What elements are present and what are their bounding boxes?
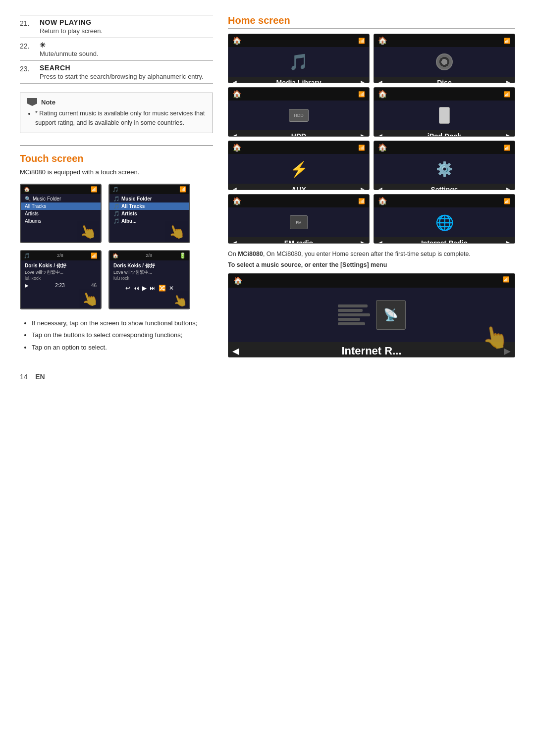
- screen-list-2: 🎵 Music Folder 🎵 All Tracks 🎵 Artists: [109, 194, 189, 226]
- radio-art: 📡: [376, 300, 406, 330]
- tile-left-arrow-settings[interactable]: ◀: [377, 186, 382, 190]
- prev-icon[interactable]: ⏮: [133, 285, 139, 292]
- list-item-artists[interactable]: Artists: [21, 210, 101, 217]
- tile-label-fm: FM radio: [237, 239, 361, 244]
- shuffle-icon[interactable]: 🔀: [159, 285, 166, 292]
- signal-3: 📶: [91, 252, 98, 259]
- large-left-arrow[interactable]: ◀: [232, 346, 239, 356]
- tile-right-arrow-ir[interactable]: ▶: [506, 239, 512, 244]
- tile-right-arrow-disc[interactable]: ▶: [506, 79, 512, 83]
- tile-header-hdd: 🏠 📶: [228, 88, 369, 101]
- signal-ipod: 📶: [504, 91, 511, 98]
- item-row-21: 21. NOW PLAYING Return to play screen.: [20, 15, 213, 38]
- music-note-4: 🎵: [113, 218, 119, 224]
- music-note-2: 🎵: [113, 203, 119, 209]
- item-desc-23: Press to start the search/browsing by al…: [40, 73, 213, 80]
- tile-left-arrow-aux[interactable]: ◀: [231, 186, 237, 190]
- tile-right-arrow-ml[interactable]: ▶: [361, 79, 366, 83]
- item-title-23: SEARCH: [40, 64, 213, 72]
- list-item-at-2[interactable]: 🎵 All Tracks: [109, 202, 189, 210]
- signal-ml: 📶: [358, 38, 365, 44]
- tile-right-arrow-fm[interactable]: ▶: [361, 239, 366, 244]
- home-icon-disc: 🏠: [378, 36, 387, 45]
- aux-icon: ⚡: [290, 160, 308, 178]
- tile-right-arrow-settings[interactable]: ▶: [506, 186, 512, 190]
- touch-bullet-list: If necessary, tap on the screen to show …: [20, 318, 213, 353]
- list-item-ar-2[interactable]: 🎵 Artists: [109, 210, 189, 217]
- player-label-4: iul.Rock: [113, 276, 185, 281]
- device-note-1: On MCi8080, On MCi8080, you enter Home s…: [228, 251, 515, 257]
- tile-body-settings: ⚙️: [374, 154, 515, 184]
- item-number-21: 21.: [20, 18, 34, 35]
- screen-header-3: 🎵 2/8 📶: [21, 251, 101, 260]
- item-title-22: ✳: [40, 41, 213, 49]
- screen-mock-1: 🏠 📶 🔍 Music Folder All Tracks Artists: [20, 184, 102, 243]
- repeat-icon[interactable]: ↩: [125, 285, 130, 292]
- tile-left-arrow-disc[interactable]: ◀: [377, 79, 382, 83]
- tile-nav-aux: ◀ AUX ▶: [228, 184, 369, 190]
- page-footer: 14 EN: [20, 373, 213, 381]
- page-lang: EN: [35, 373, 45, 381]
- item-content-21: NOW PLAYING Return to play screen.: [40, 18, 213, 35]
- tile-ipod: 🏠 📶 ◀ iPod Dock ▶: [374, 87, 515, 137]
- tile-body-aux: ⚡: [228, 154, 369, 184]
- note-icon: [27, 98, 37, 106]
- device-note2-label: To select a music source, or enter the […: [228, 261, 387, 268]
- item-desc-21: Return to play screen.: [40, 27, 213, 35]
- large-tile-header: 🏠 📶: [228, 274, 515, 288]
- tile-nav-settings: ◀ Settings ▶: [374, 184, 515, 190]
- home-icon-ml: 🏠: [232, 36, 242, 45]
- tile-body-ipod: [374, 101, 515, 130]
- list-item-music-folder[interactable]: 🔍 Music Folder: [21, 195, 101, 202]
- tile-disc: 🏠 📶 ◀ Disc ▶: [374, 34, 515, 83]
- list-item-mf-2[interactable]: 🎵 Music Folder: [109, 195, 189, 202]
- play-icon[interactable]: ▶: [142, 285, 147, 292]
- tile-right-arrow-ipod[interactable]: ▶: [506, 132, 512, 137]
- eq-bars: [338, 304, 370, 325]
- note-header: Note: [27, 98, 206, 106]
- more-icon[interactable]: ✕: [169, 285, 174, 292]
- tile-left-arrow-hdd[interactable]: ◀: [231, 132, 237, 137]
- music-icon-2: 🎵: [112, 187, 118, 192]
- eq-bar-5: [338, 322, 365, 325]
- tile-left-arrow-fm[interactable]: ◀: [231, 239, 237, 244]
- tile-right-arrow-hdd[interactable]: ▶: [361, 132, 366, 137]
- item-number-23: 23.: [20, 64, 34, 80]
- tile-nav-fm: ◀ FM radio ▶: [228, 237, 369, 244]
- tile-hdd: 🏠 📶 HDD ◀ HDD ▶: [228, 87, 370, 137]
- touch-section: Touch screen MCi8080 is equipped with a …: [20, 145, 213, 353]
- tile-settings: 🏠 📶 ⚙️ ◀ Settings ▶: [374, 141, 515, 190]
- signal-disc: 📶: [504, 38, 511, 44]
- music-note-1: 🎵: [113, 196, 119, 202]
- hand-gesture-4: 👆: [170, 291, 189, 309]
- device-name-1: MCi8080: [238, 251, 263, 257]
- tile-nav-ml: ◀ Media Library ▶: [228, 77, 369, 83]
- tile-right-arrow-aux[interactable]: ▶: [361, 186, 366, 190]
- signal-aux: 📶: [358, 145, 365, 151]
- tile-header-ir: 🏠 📶: [374, 195, 515, 207]
- home-icon-hdd: 🏠: [232, 90, 242, 99]
- item-desc-22: Mute/unmute sound.: [40, 50, 213, 57]
- settings-icon: ⚙️: [436, 161, 453, 177]
- tile-left-arrow-ipod[interactable]: ◀: [377, 132, 382, 137]
- item-content-22: ✳ Mute/unmute sound.: [40, 41, 213, 57]
- tile-nav-hdd: ◀ HDD ▶: [228, 130, 369, 137]
- list-item-all-tracks[interactable]: All Tracks: [21, 202, 101, 210]
- bullet-2: Tap on the buttons to select correspondi…: [32, 330, 213, 341]
- home-icon-aux: 🏠: [232, 143, 242, 152]
- tile-internet-radio: 🏠 📶 🌐 ◀ Internet Radio ▶ OK BACK HOME: [374, 194, 515, 244]
- tile-left-arrow-ml[interactable]: ◀: [231, 79, 237, 83]
- home-icon-settings: 🏠: [378, 143, 387, 152]
- track-count-4: 2/8: [146, 253, 152, 258]
- next-icon[interactable]: ⏭: [150, 285, 156, 292]
- tile-left-arrow-ir[interactable]: ◀: [377, 239, 382, 244]
- signal-ir: 📶: [504, 198, 511, 204]
- screen-mock-4: 🏠 2/8 🔋 Doris Kokis / 你好 Love willツ한繁中..…: [108, 250, 190, 309]
- tile-label-hdd: HDD: [237, 132, 361, 137]
- large-home-icon: 🏠: [233, 276, 243, 285]
- player-3: Doris Kokis / 你好 Love willツ한繁中... iul.Ro…: [21, 260, 101, 290]
- signal-1: 📶: [91, 186, 98, 193]
- tile-body-fm: FM: [228, 207, 369, 237]
- tile-header-ml: 🏠 📶: [228, 34, 369, 47]
- tile-header-aux: 🏠 📶: [228, 141, 369, 154]
